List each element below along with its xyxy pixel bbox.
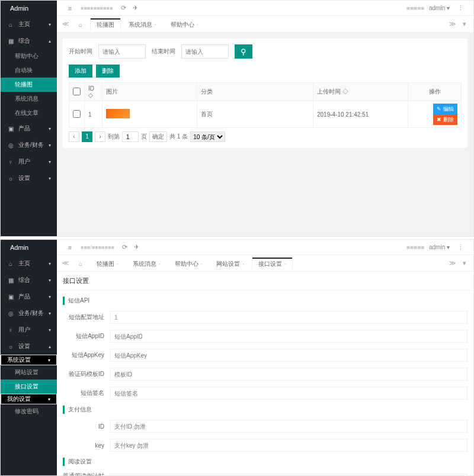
sms-appkey-input[interactable] [110, 349, 467, 362]
refresh-icon[interactable]: ⟳ [119, 243, 131, 251]
nav-siteset[interactable]: 网站设置 [1, 365, 57, 379]
user-label: admin [429, 5, 445, 11]
chevron-down-icon: ▾ [49, 294, 51, 300]
nav-fin[interactable]: ◎业务/财务▾ [1, 137, 57, 153]
menu-icon[interactable]: ≡ [64, 5, 76, 12]
refresh-icon[interactable]: ⟳ [117, 4, 129, 12]
pay-id-input[interactable] [110, 420, 467, 433]
page-input[interactable] [122, 131, 139, 142]
menu-icon[interactable]: ≡ [64, 244, 76, 251]
nav-user[interactable]: ♀用户▾ [1, 153, 57, 170]
send-icon[interactable]: ✈ [129, 4, 141, 12]
tab-msg-label: 系统消息 [129, 21, 152, 28]
nav-sub-msg[interactable]: 系统消息 [1, 92, 57, 106]
tabs-more[interactable]: ▾ [459, 259, 470, 267]
nav-home[interactable]: ⌂主页▾ [1, 255, 57, 272]
nav-myset[interactable]: 我的设置▾ [1, 394, 57, 404]
chevron-down-icon: ▾ [49, 159, 51, 165]
start-input[interactable] [98, 44, 146, 59]
chevron-down-icon: ▾ [49, 126, 51, 131]
brand: Admin [1, 1, 57, 16]
sms-sign-input[interactable] [110, 387, 467, 400]
nav-sysset[interactable]: 系统设置▾ [1, 355, 57, 365]
check-all[interactable] [73, 88, 81, 95]
nav-home[interactable]: ⌂主页▾ [1, 16, 57, 33]
nav-sub-art[interactable]: 在线文章 [1, 106, 57, 120]
add-button[interactable]: 添加 [69, 65, 92, 78]
nav-fin[interactable]: ◎业务/财务▾ [1, 305, 57, 321]
close-icon[interactable]: · [117, 260, 118, 267]
nav-home-label: 主页 [18, 20, 30, 28]
nav-prod[interactable]: ▣产品▾ [1, 288, 57, 305]
nav-sub-carousel[interactable]: 轮播图 [1, 78, 57, 92]
tab-home[interactable]: ⌂ [72, 18, 89, 30]
tabs-next[interactable]: ≫ [447, 20, 458, 28]
nav-zh[interactable]: ▦综合▴ [1, 33, 57, 49]
sidebar: Admin ⌂主页▾ ▦综合▴ 帮助中心 自动块 轮播图 系统消息 在线文章 ▣… [1, 1, 57, 236]
tab-home[interactable]: ⌂ [72, 258, 89, 269]
read1-input[interactable] [110, 474, 467, 475]
chevron-down-icon: ▾ [48, 358, 50, 363]
cell-cat: 首页 [197, 101, 313, 128]
nav-fin-label: 业务/财务 [18, 309, 44, 317]
tab-help[interactable]: 帮助中心· [164, 18, 205, 30]
nav-pwd[interactable]: 修改密码 [1, 404, 57, 419]
sms-head: 短信API [63, 297, 467, 305]
end-input[interactable] [181, 44, 229, 59]
send-icon[interactable]: ✈ [131, 243, 143, 251]
user-site: ■■■■■ [406, 5, 424, 11]
tab-3[interactable]: 网站设置· [210, 258, 251, 269]
more-icon[interactable]: ⋮ [454, 243, 466, 251]
tabs-prev[interactable]: ≪ [60, 20, 71, 28]
tab-3-label: 网站设置 [216, 260, 240, 267]
close-icon[interactable]: · [201, 260, 203, 267]
user-menu[interactable]: admin ▾ [429, 5, 450, 11]
nav-set-label: 设置 [18, 342, 30, 350]
page-1[interactable]: 1 [82, 131, 92, 142]
nav-sub-auto[interactable]: 自动块 [1, 63, 57, 78]
edit-button[interactable]: ✎ 编辑 [433, 104, 457, 114]
sms-addr-input[interactable] [110, 311, 467, 324]
nav-user-label: 用户 [18, 157, 30, 166]
close-icon[interactable]: · [284, 260, 286, 267]
page-prev[interactable]: ‹ [69, 131, 79, 142]
delete-button[interactable]: 删除 [96, 65, 120, 78]
nav-sub-help[interactable]: 帮助中心 [1, 49, 57, 63]
pay-key-input[interactable] [110, 439, 467, 452]
pager-confirm[interactable]: 确定 [149, 131, 167, 142]
nav-user[interactable]: ♀用户▾ [1, 321, 57, 338]
more-icon[interactable]: ⋮ [454, 4, 466, 12]
th-id-label: ID [88, 85, 94, 92]
sms-tpl-input[interactable] [110, 368, 467, 381]
sidebar: Admin ⌂主页▾ ▦综合▾ ▣产品▾ ◎业务/财务▾ ♀用户▾ ☼设置▴ 系… [1, 240, 57, 475]
tabs-prev[interactable]: ≪ [60, 259, 71, 267]
nav-set[interactable]: ☼设置▴ [1, 338, 57, 355]
tab-2[interactable]: 帮助中心· [168, 258, 209, 269]
tab-1[interactable]: 系统消息· [126, 258, 167, 269]
row-check[interactable] [73, 110, 81, 118]
sms-appid-input[interactable] [110, 330, 467, 343]
nav-set[interactable]: ☼设置▾ [1, 170, 57, 186]
page-next[interactable]: › [95, 131, 105, 142]
tab-msg[interactable]: 系统消息· [122, 18, 163, 30]
nav-zh[interactable]: ▦综合▾ [1, 272, 57, 288]
close-icon[interactable]: · [197, 21, 198, 28]
tab-carousel[interactable]: 轮播图 [90, 18, 121, 30]
close-icon[interactable]: · [155, 21, 156, 28]
user-menu[interactable]: admin ▾ [429, 244, 450, 250]
sms-appkey-label: 短信AppKey [63, 351, 110, 359]
remove-button[interactable]: ✖ 删除 [433, 114, 457, 125]
per-page-select[interactable]: 10 条/页 [190, 131, 225, 142]
search-button[interactable]: ⚲ [235, 44, 252, 59]
tab-0[interactable]: 轮播图· [90, 258, 125, 269]
tabs-next[interactable]: ≫ [447, 259, 458, 267]
th-id[interactable]: ID ◇ [85, 83, 103, 101]
nav-ifset[interactable]: 接口设置 [1, 379, 57, 394]
th-time[interactable]: 上传时间 ◇ [313, 83, 408, 101]
tabs-more[interactable]: ▾ [459, 20, 470, 28]
nav-prod[interactable]: ▣产品▾ [1, 120, 57, 137]
close-icon[interactable]: · [159, 260, 161, 267]
close-icon[interactable]: · [242, 260, 244, 267]
tab-4[interactable]: 接口设置· [252, 258, 293, 269]
chevron-up-icon: ▴ [49, 344, 51, 349]
